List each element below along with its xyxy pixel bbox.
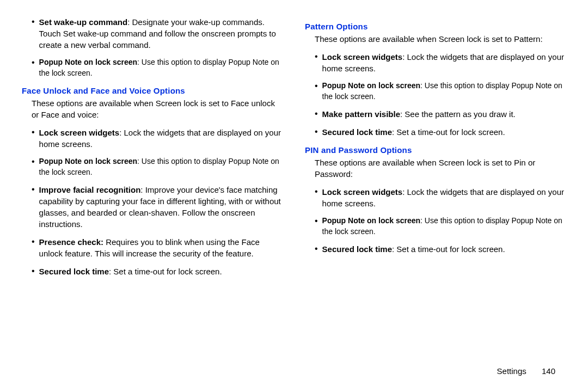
bullet-icon: •	[315, 243, 318, 255]
right-column: Pattern Options These options are availa…	[305, 16, 566, 284]
bullet-text: Lock screen widgets: Lock the widgets th…	[322, 186, 566, 209]
bullet-text: Popup Note on lock screen: Use this opti…	[322, 216, 566, 237]
list-item: •Popup Note on lock screen: Use this opt…	[305, 216, 566, 237]
face-unlock-intro: These options are available when Screen …	[22, 97, 283, 120]
face-unlock-bullets: •Lock screen widgets: Lock the widgets t…	[22, 127, 283, 277]
bullet-text: Presence check: Requires you to blink wh…	[39, 236, 283, 259]
face-unlock-heading: Face Unlock and Face and Voice Options	[22, 85, 283, 96]
bullet-icon: •	[315, 186, 318, 209]
list-item: •Make pattern visible: See the pattern a…	[305, 108, 566, 120]
bullet-text: Secured lock time: Set a time-out for lo…	[39, 266, 283, 277]
list-item: •Secured lock time: Set a time-out for l…	[305, 243, 566, 255]
list-item: •Lock screen widgets: Lock the widgets t…	[305, 51, 566, 74]
document-columns: •Set wake-up command: Designate your wak…	[22, 16, 566, 284]
list-item: •Secured lock time: Set a time-out for l…	[22, 266, 283, 277]
left-column: •Set wake-up command: Designate your wak…	[22, 16, 283, 284]
list-item: •Improve facial recognition: Improve you…	[22, 184, 283, 230]
bullet-icon: •	[32, 16, 35, 51]
bullet-icon: •	[32, 156, 35, 177]
footer-page-number: 140	[542, 366, 555, 376]
bullet-icon: •	[32, 57, 35, 78]
list-item: •Set wake-up command: Designate your wak…	[22, 16, 283, 51]
bullet-icon: •	[32, 127, 35, 150]
list-item: •Popup Note on lock screen: Use this opt…	[22, 57, 283, 78]
bullet-text: Popup Note on lock screen: Use this opti…	[322, 81, 566, 102]
pin-password-bullets: •Lock screen widgets: Lock the widgets t…	[305, 186, 566, 255]
bullet-icon: •	[315, 108, 318, 120]
bullet-text: Make pattern visible: See the pattern as…	[322, 108, 566, 120]
bullet-icon: •	[32, 236, 35, 259]
bullet-text: Secured lock time: Set a time-out for lo…	[322, 243, 566, 255]
bullet-text: Popup Note on lock screen: Use this opti…	[39, 156, 283, 177]
list-item: •Popup Note on lock screen: Use this opt…	[22, 156, 283, 177]
bullet-icon: •	[315, 126, 318, 138]
bullet-icon: •	[32, 184, 35, 230]
bullet-icon: •	[32, 266, 35, 277]
bullet-icon: •	[315, 81, 318, 102]
bullet-icon: •	[315, 51, 318, 74]
pin-password-intro: These options are available when Screen …	[305, 157, 566, 180]
bullet-text: Lock screen widgets: Lock the widgets th…	[39, 127, 283, 150]
bullet-text: Improve facial recognition: Improve your…	[39, 184, 283, 230]
footer-label: Settings	[497, 366, 526, 376]
list-item: •Lock screen widgets: Lock the widgets t…	[305, 186, 566, 209]
list-item: •Lock screen widgets: Lock the widgets t…	[22, 127, 283, 150]
bullet-text: Popup Note on lock screen: Use this opti…	[39, 57, 283, 78]
top-bullets-left: •Set wake-up command: Designate your wak…	[22, 16, 283, 78]
pattern-options-heading: Pattern Options	[305, 21, 566, 32]
bullet-text: Set wake-up command: Designate your wake…	[39, 16, 283, 51]
pin-password-heading: PIN and Password Options	[305, 144, 566, 156]
bullet-text: Lock screen widgets: Lock the widgets th…	[322, 51, 566, 74]
pattern-options-intro: These options are available when Screen …	[305, 33, 566, 45]
pattern-options-bullets: •Lock screen widgets: Lock the widgets t…	[305, 51, 566, 138]
list-item: •Popup Note on lock screen: Use this opt…	[305, 81, 566, 102]
bullet-text: Secured lock time: Set a time-out for lo…	[322, 126, 566, 138]
page-footer: Settings 140	[497, 365, 555, 377]
bullet-icon: •	[315, 216, 318, 237]
list-item: •Presence check: Requires you to blink w…	[22, 236, 283, 259]
list-item: •Secured lock time: Set a time-out for l…	[305, 126, 566, 138]
